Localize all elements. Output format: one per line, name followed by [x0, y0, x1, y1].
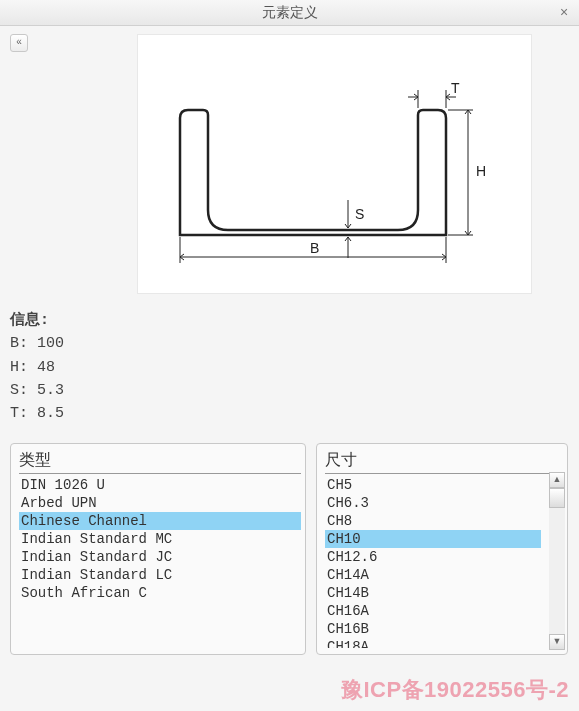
type-list-item[interactable]: Indian Standard LC: [19, 566, 301, 584]
size-list-item[interactable]: CH5: [325, 476, 541, 494]
size-listbox[interactable]: CH5CH6.3CH8CH10CH12.6CH14ACH14BCH16ACH16…: [325, 476, 541, 648]
size-list-item[interactable]: CH8: [325, 512, 541, 530]
watermark-text: 豫ICP备19022556号-2: [341, 675, 569, 705]
size-list-item[interactable]: CH12.6: [325, 548, 541, 566]
scroll-thumb[interactable]: [549, 488, 565, 508]
type-panel-header: 类型: [19, 450, 301, 474]
info-row-s: S: 5.3: [10, 379, 569, 402]
channel-section-svg: T H S B: [148, 60, 523, 280]
info-row-h: H: 48: [10, 356, 569, 379]
size-list-item[interactable]: CH16B: [325, 620, 541, 638]
content-area: « T H S B: [0, 26, 579, 659]
size-list-item[interactable]: CH10: [325, 530, 541, 548]
type-list-item[interactable]: DIN 1026 U: [19, 476, 301, 494]
type-listbox[interactable]: DIN 1026 UArbed UPNChinese ChannelIndian…: [19, 476, 301, 648]
section-diagram: T H S B: [137, 34, 532, 294]
type-list-item[interactable]: South African C: [19, 584, 301, 602]
type-list-item[interactable]: Indian Standard JC: [19, 548, 301, 566]
scroll-down-button[interactable]: ▼: [549, 634, 565, 650]
size-scrollbar[interactable]: ▲ ▼: [549, 472, 565, 650]
info-row-b: B: 100: [10, 332, 569, 355]
size-list-item[interactable]: CH6.3: [325, 494, 541, 512]
diagram-label-t: T: [451, 80, 460, 96]
info-block: 信息: B: 100 H: 48 S: 5.3 T: 8.5: [10, 309, 569, 425]
size-list-item[interactable]: CH14B: [325, 584, 541, 602]
size-list-item[interactable]: CH14A: [325, 566, 541, 584]
type-list-item[interactable]: Indian Standard MC: [19, 530, 301, 548]
diagram-label-s: S: [355, 206, 364, 222]
type-list-item[interactable]: Arbed UPN: [19, 494, 301, 512]
size-list-item[interactable]: CH18A: [325, 638, 541, 648]
type-list-item[interactable]: Chinese Channel: [19, 512, 301, 530]
info-title: 信息:: [10, 309, 569, 332]
scroll-up-button[interactable]: ▲: [549, 472, 565, 488]
size-panel: 尺寸 CH5CH6.3CH8CH10CH12.6CH14ACH14BCH16AC…: [316, 443, 568, 655]
info-row-t: T: 8.5: [10, 402, 569, 425]
window-title: 元素定义: [262, 4, 318, 22]
size-panel-header: 尺寸: [325, 450, 563, 474]
panels-row: 类型 DIN 1026 UArbed UPNChinese ChannelInd…: [10, 443, 569, 655]
titlebar: 元素定义 ×: [0, 0, 579, 26]
collapse-button[interactable]: «: [10, 34, 28, 52]
close-button[interactable]: ×: [555, 3, 573, 21]
diagram-label-b: B: [310, 240, 319, 256]
type-panel: 类型 DIN 1026 UArbed UPNChinese ChannelInd…: [10, 443, 306, 655]
size-list-item[interactable]: CH16A: [325, 602, 541, 620]
diagram-label-h: H: [476, 163, 486, 179]
